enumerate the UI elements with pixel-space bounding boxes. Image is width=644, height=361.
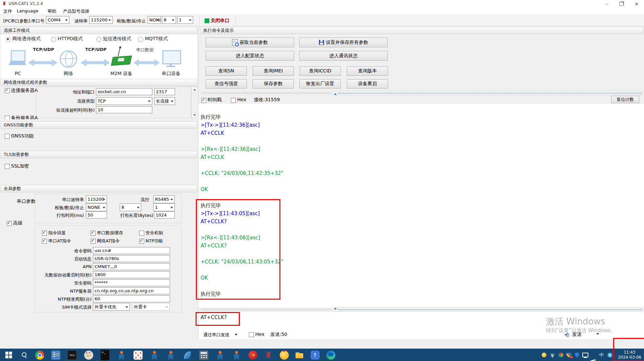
sim-mode-select[interactable]: 外置卡优先 <box>93 303 130 311</box>
query-sn-button[interactable]: 查询SN <box>206 66 247 76</box>
tray-security-shield-icon[interactable] <box>574 352 580 358</box>
timestamp-checkbox[interactable] <box>201 98 206 103</box>
log-splitter-top[interactable] <box>333 91 643 95</box>
set-save-all-button[interactable]: 设置并保存所有参数 <box>299 38 388 47</box>
pack-len-input[interactable]: 1024 <box>154 212 175 219</box>
menu-language[interactable]: Language <box>17 8 38 13</box>
g-flow-select[interactable]: RS485 <box>153 195 175 203</box>
radio-httpd[interactable] <box>51 37 56 42</box>
ntp-period-input[interactable]: 60 <box>93 295 170 302</box>
g-baud-select[interactable]: 115200 <box>86 195 107 203</box>
ssl-checkbox[interactable] <box>5 164 10 169</box>
send-hex-checkbox[interactable] <box>249 332 254 337</box>
serial-cache-checkbox[interactable] <box>91 231 96 236</box>
search-button[interactable] <box>19 350 29 360</box>
conn-mode-select[interactable]: 长连接 <box>154 97 175 105</box>
taskbar-file-explorer[interactable] <box>294 350 304 360</box>
parity-select[interactable]: NONI <box>148 16 161 24</box>
device-restart-button[interactable]: 设备重启 <box>347 79 388 88</box>
net-at-checkbox[interactable] <box>91 239 96 244</box>
taskbar-upload-app[interactable]: ↑ <box>310 350 320 360</box>
no-data-restart-input[interactable]: 1800 <box>93 271 170 278</box>
maximize-button[interactable] <box>616 0 627 7</box>
taskbar-edge[interactable] <box>326 350 335 360</box>
boot-info-input[interactable]: USR-G780s <box>93 255 170 262</box>
query-signal-button[interactable]: 查信号强度 <box>206 79 247 88</box>
close-port-button[interactable]: 关闭串口 <box>211 18 229 24</box>
taskbar-person-app-1[interactable] <box>117 350 126 360</box>
server-a-checkbox[interactable] <box>5 88 10 93</box>
query-imei-button[interactable]: 查询IMEI <box>253 66 294 76</box>
advanced-checkbox[interactable] <box>7 221 12 226</box>
taskbar-dice-app[interactable] <box>133 350 143 360</box>
net-params-scrollbar[interactable] <box>191 86 197 118</box>
start-button[interactable] <box>4 350 13 360</box>
server-b-checkbox[interactable] <box>5 116 10 119</box>
taskbar-wireshark[interactable] <box>182 350 192 360</box>
reset-counter-button[interactable]: 复位计数 <box>611 96 639 103</box>
ntp-server-input[interactable]: cn.ntp.org.cn,us.ntp.org.cn <box>93 287 170 294</box>
enter-config-button[interactable]: 进入配置状态 <box>206 51 294 61</box>
taskbar-calculator[interactable] <box>199 350 208 360</box>
taskbar-terminal[interactable]: >_ <box>100 350 110 360</box>
serial-at-checkbox[interactable] <box>42 239 47 244</box>
taskbar-person-app-3[interactable] <box>166 350 175 360</box>
g-databits-select[interactable]: 8 <box>120 203 141 211</box>
taskbar-mascot-app[interactable] <box>279 350 289 360</box>
enter-comm-button[interactable]: 进入通讯状态 <box>299 51 388 61</box>
send-via-dropdown[interactable]: 通过串口发送 <box>203 332 229 338</box>
ntp-checkbox[interactable] <box>139 239 144 244</box>
tray-volume-muted-icon[interactable] <box>590 358 597 361</box>
radio-sms-passthrough[interactable] <box>96 37 101 42</box>
cmd-echo-checkbox[interactable] <box>42 231 47 236</box>
short-timeout-input[interactable]: 10 <box>96 106 152 113</box>
factory-reset-button[interactable]: 恢复出厂设置 <box>300 79 341 88</box>
taskbar-person-app-2[interactable] <box>150 350 159 360</box>
tray-mascot-icon[interactable] <box>541 352 547 358</box>
tray-defender-icon[interactable] <box>566 352 572 358</box>
tray-usb-icon[interactable]: ψ <box>549 352 556 358</box>
databits-select[interactable]: 8 <box>162 16 176 24</box>
radio-net-passthrough[interactable] <box>6 37 11 42</box>
baud-select[interactable]: 115200 <box>89 16 113 24</box>
security-password-input[interactable]: ****** <box>93 279 170 286</box>
menu-file[interactable]: 文件 <box>3 8 12 14</box>
taskbar-paint[interactable] <box>84 350 93 360</box>
taskbar-chrome[interactable] <box>35 350 44 360</box>
menu-help[interactable]: 帮助 <box>48 8 56 14</box>
taskbar-usr-app[interactable]: ♜ <box>264 350 273 360</box>
g-parity-select[interactable]: NONE <box>86 203 107 211</box>
gnss-checkbox[interactable] <box>5 134 10 139</box>
apn-input[interactable]: CMNET,,,0 <box>93 263 170 270</box>
menu-product-model[interactable]: 产品型号选择 <box>63 8 89 14</box>
g-stopbits-select[interactable]: 1 <box>153 203 175 211</box>
close-button[interactable]: × <box>632 0 642 7</box>
taskbar-tech-tool[interactable]: TECH <box>67 350 77 360</box>
scroll-down-icon[interactable] <box>192 112 197 118</box>
com-port-select[interactable]: COM4 <box>46 16 69 24</box>
stopbits-select[interactable]: 1 <box>177 16 193 24</box>
taskbar-person-app-4[interactable] <box>215 350 225 360</box>
taskbar-red-bird-app[interactable] <box>248 350 258 360</box>
cmd-password-input[interactable]: usr.cn# <box>93 247 170 254</box>
security-mech-checkbox[interactable] <box>139 231 144 236</box>
minimize-button[interactable]: – <box>602 0 612 7</box>
scroll-up-icon[interactable] <box>192 87 197 93</box>
radio-mqtt[interactable] <box>138 37 143 42</box>
query-iccid-button[interactable]: 查询ICCID <box>300 66 341 76</box>
pack-time-input[interactable]: 50 <box>86 212 107 219</box>
save-params-button[interactable]: 保存参数 <box>253 79 294 88</box>
sim-mode2-select[interactable]: 外置卡 <box>132 303 170 311</box>
taskbar-report-tool[interactable] <box>51 350 60 360</box>
server-address-input[interactable]: socket.usr.cn <box>96 88 152 95</box>
tray-q-app-icon[interactable] <box>606 352 613 358</box>
tray-dual-monitor-icon[interactable] <box>582 352 589 358</box>
tray-ime-indicator[interactable]: 中 <box>598 352 605 358</box>
hex-display-checkbox[interactable] <box>231 98 236 103</box>
log-splitter-bottom[interactable] <box>333 307 643 312</box>
taskbar-person-app-5[interactable] <box>232 350 241 360</box>
server-port-input[interactable]: 2317 <box>154 88 175 95</box>
query-version-button[interactable]: 查询版本 <box>347 66 388 76</box>
tray-color-swirl-icon[interactable] <box>557 352 564 358</box>
get-params-button[interactable]: 获取当前参数 <box>206 38 294 47</box>
